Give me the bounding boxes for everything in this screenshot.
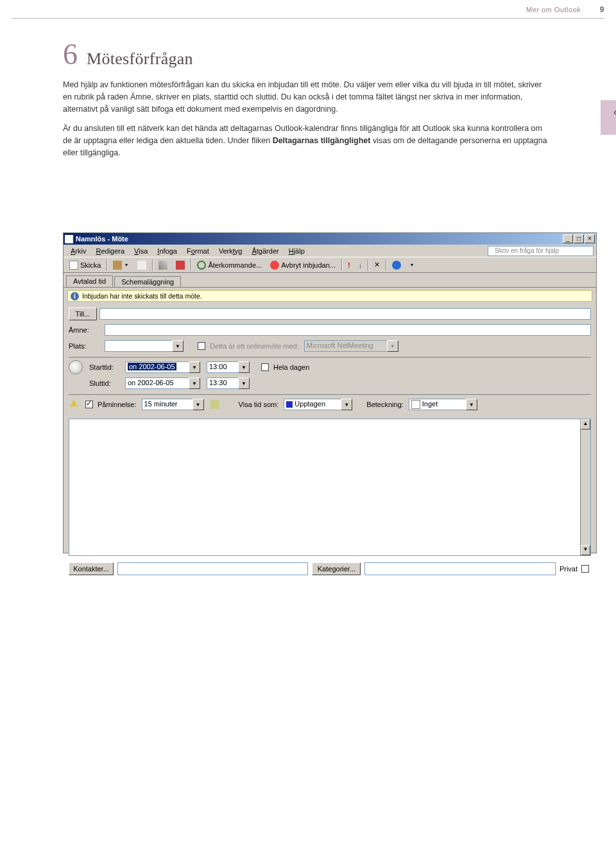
header-rule	[12, 18, 604, 19]
chapter-heading: 6 Mötesförfrågan	[63, 37, 551, 71]
paste-icon	[137, 261, 146, 270]
sound-button[interactable]	[207, 398, 223, 411]
priority-high-button[interactable]: !	[344, 259, 354, 272]
scroll-down-icon[interactable]: ▼	[581, 545, 590, 555]
menu-verktyg[interactable]: Verktyg	[214, 247, 247, 256]
tab-schemalaggning[interactable]: Schemaläggning	[114, 276, 181, 287]
cancel-icon	[270, 261, 279, 270]
paragraph-2: Är du ansluten till ett nätverk kan det …	[63, 123, 551, 159]
help-search[interactable]: Skriv en fråga för hjälp	[488, 246, 594, 256]
maximize-button[interactable]: □	[574, 234, 584, 243]
info-icon: i	[71, 292, 79, 300]
online-label: Detta är ett onlinemöte med:	[210, 342, 299, 350]
menu-infoga[interactable]: Infoga	[153, 247, 182, 256]
delete-icon: ✕	[374, 261, 380, 269]
info-bar: i Inbjudan har inte skickats till detta …	[67, 290, 592, 302]
minimize-button[interactable]: _	[563, 234, 573, 243]
window-title: Namnlös - Möte	[76, 235, 128, 243]
allday-label: Hela dagen	[273, 363, 309, 371]
window-icon	[65, 235, 73, 243]
help-icon	[392, 261, 401, 270]
header-title: Mer om Outlook	[526, 6, 581, 13]
accounts-icon	[113, 261, 122, 270]
showas-label: Visa tid som:	[239, 401, 279, 408]
location-combo[interactable]: ▼	[105, 340, 184, 352]
envelope-icon	[69, 261, 78, 270]
reminder-checkbox[interactable]	[85, 401, 93, 408]
online-checkbox[interactable]	[198, 342, 205, 350]
allday-checkbox[interactable]	[261, 363, 269, 371]
scroll-up-icon[interactable]: ▲	[581, 419, 590, 429]
arrow-down-icon: ↓	[359, 261, 363, 269]
paperclip-icon	[158, 261, 167, 270]
menu-atgarder[interactable]: Åtgärder	[247, 247, 283, 256]
flag-button[interactable]	[172, 259, 189, 272]
end-time[interactable]: 13:30▼	[207, 377, 250, 389]
help-tool[interactable]	[388, 259, 405, 272]
contacts-button[interactable]: Kontakter...	[69, 562, 114, 575]
menu-redigera[interactable]: Redigera	[91, 247, 129, 256]
overflow-tool[interactable]: ▾	[406, 259, 418, 272]
label-swatch-icon	[411, 400, 420, 409]
tab-avtalad-tid[interactable]: Avtalad tid	[66, 275, 113, 287]
menu-format[interactable]: Format	[182, 247, 214, 256]
send-button[interactable]: Skicka	[65, 259, 105, 272]
side-page-number: 9	[613, 110, 616, 115]
start-label: Starttid:	[89, 363, 123, 371]
bottom-bar: Kontakter... Kategorier... Privat	[64, 559, 596, 579]
chapter-number: 6	[63, 37, 78, 71]
form: Till... Ämne: Plats: ▼ Detta är ett onli…	[64, 304, 596, 416]
insert-tool-1[interactable]	[133, 259, 150, 272]
flag-icon	[176, 261, 185, 270]
to-field[interactable]	[99, 308, 591, 320]
private-checkbox[interactable]	[581, 565, 589, 573]
reminder-combo[interactable]: 15 minuter▼	[142, 399, 204, 410]
side-tab	[601, 100, 616, 135]
showas-combo[interactable]: Upptagen▼	[284, 399, 352, 410]
private-label: Privat	[560, 565, 578, 573]
delete-tool[interactable]: ✕	[370, 259, 384, 272]
subject-field[interactable]	[105, 324, 591, 336]
menu-arkiv[interactable]: Arkiv	[66, 247, 90, 256]
end-date[interactable]: on 2002-06-05▼	[125, 377, 200, 389]
body-textarea[interactable]: ▲ ▼	[69, 419, 591, 556]
titlebar: Namnlös - Möte _ □ ×	[64, 233, 596, 245]
toolbar: Skicka ▾ Återkommande... Avbryt inbjudan…	[64, 257, 596, 273]
page-header: Mer om Outlook 9	[526, 5, 604, 14]
clock-icon	[69, 360, 83, 374]
categories-field[interactable]	[364, 562, 555, 575]
exclamation-icon: !	[348, 261, 350, 269]
recurrence-icon	[197, 261, 206, 270]
contacts-field[interactable]	[117, 562, 308, 575]
chapter-title: Mötesförfrågan	[87, 49, 193, 69]
busy-swatch-icon	[286, 401, 293, 408]
outlook-window: Namnlös - Möte _ □ × Arkiv Redigera Visa…	[63, 232, 597, 553]
paragraph-1: Med hjälp av funktionen mötesförfrågan k…	[63, 79, 551, 115]
online-app-combo: Microsoft NetMeeting▼	[304, 340, 398, 352]
subject-label: Ämne:	[69, 326, 102, 334]
reminder-label: Påminnelse:	[98, 401, 137, 408]
accounts-button[interactable]: ▾	[109, 259, 133, 272]
label-combo[interactable]: Inget▼	[409, 399, 477, 410]
scrollbar[interactable]: ▲ ▼	[580, 419, 590, 555]
start-date[interactable]: on 2002-06-05▼	[125, 361, 200, 373]
info-text: Inbjudan har inte skickats till detta mö…	[82, 292, 202, 300]
location-label: Plats:	[69, 342, 102, 350]
label-label: Beteckning:	[366, 401, 403, 408]
header-page-number: 9	[600, 5, 604, 14]
end-label: Sluttid:	[89, 379, 123, 387]
categories-button[interactable]: Kategorier...	[312, 562, 361, 575]
to-button[interactable]: Till...	[69, 308, 97, 320]
tabs: Avtalad tid Schemaläggning	[64, 273, 596, 287]
close-button[interactable]: ×	[585, 234, 595, 243]
menu-hjalp[interactable]: Hjälp	[284, 247, 309, 256]
menubar: Arkiv Redigera Visa Infoga Format Verkty…	[64, 245, 596, 257]
body-text: 6 Mötesförfrågan Med hjälp av funktionen…	[63, 35, 551, 159]
menu-visa[interactable]: Visa	[130, 247, 152, 256]
recurring-button[interactable]: Återkommande...	[193, 259, 266, 272]
chevron-down-icon[interactable]: ▼	[172, 340, 184, 352]
priority-low-button[interactable]: ↓	[355, 259, 366, 272]
cancel-invite-button[interactable]: Avbryt inbjudan...	[266, 259, 339, 272]
start-time[interactable]: 13:00▼	[207, 361, 250, 373]
attach-button[interactable]	[155, 259, 171, 272]
